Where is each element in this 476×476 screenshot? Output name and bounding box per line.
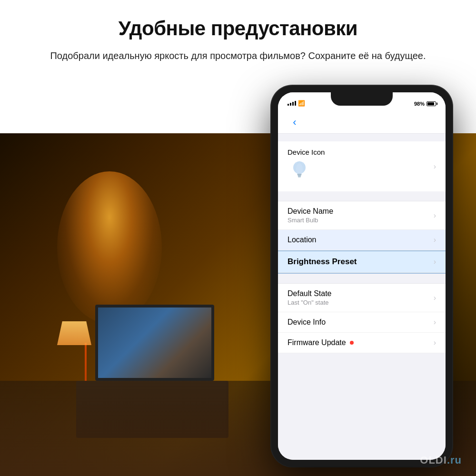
back-button[interactable]: ‹: [288, 115, 302, 129]
signal-bar-3: [292, 102, 294, 106]
menu-item-default-state[interactable]: Default State Last "On" state ›: [278, 284, 446, 312]
device-icon-chevron: ›: [434, 162, 436, 171]
menu-item-brightness[interactable]: Brightness Preset ›: [278, 251, 446, 273]
menu-item-firmware-right: ›: [434, 338, 436, 347]
menu-item-default-state-left: Default State Last "On" state: [288, 289, 434, 306]
watermark-suffix: .ru: [447, 454, 462, 466]
svg-line-6: [303, 163, 304, 164]
page-subtitle: Подобрали идеальную яркость для просмотр…: [48, 49, 428, 63]
menu-item-brightness-title: Brightness Preset: [288, 257, 434, 267]
firmware-chevron: ›: [434, 338, 436, 347]
location-chevron: ›: [434, 236, 436, 244]
default-state-chevron: ›: [434, 294, 436, 302]
menu-item-device-info-left: Device Info: [288, 318, 434, 327]
menu-item-default-state-title: Default State: [288, 289, 434, 298]
menu-item-default-state-subtitle: Last "On" state: [288, 299, 434, 306]
svg-rect-3: [298, 177, 301, 178]
signal-bars: [288, 101, 296, 106]
top-section: Удобные предустановки Подобрали идеальну…: [0, 0, 476, 77]
group-separator-1: [278, 274, 446, 283]
back-chevron-icon: ‹: [293, 117, 296, 128]
signal-bar-1: [288, 104, 289, 106]
device-icon-text: Device Icon: [288, 148, 325, 156]
menu-item-device-name-title: Device Name: [288, 207, 434, 216]
signal-bar-2: [290, 103, 291, 106]
menu-item-brightness-left: Brightness Preset: [288, 257, 434, 267]
device-info-chevron: ›: [434, 318, 436, 327]
menu-group-extra: Default State Last "On" state › Device I…: [278, 283, 446, 353]
phone-screen: 📶 98% ‹: [278, 92, 446, 460]
brightness-section: Brightness Preset ›: [278, 250, 446, 274]
status-left: 📶: [288, 100, 305, 107]
device-icon-label: Device Icon: [288, 148, 325, 185]
lamp-glow: [57, 171, 162, 324]
menu-item-device-info[interactable]: Device Info ›: [278, 312, 446, 333]
menu-item-device-name-right: ›: [434, 211, 436, 220]
menu-item-device-info-title: Device Info: [288, 318, 434, 327]
menu-item-location-left: Location: [288, 236, 434, 244]
menu-item-location-right: ›: [434, 236, 436, 244]
lamp-shade: [57, 321, 91, 345]
menu-item-device-name-left: Device Name Smart Bulb: [288, 207, 434, 224]
signal-bar-4: [295, 101, 296, 106]
bulb-icon-wrapper: [288, 156, 311, 185]
svg-line-5: [296, 163, 297, 164]
tv-content: [98, 307, 211, 378]
menu-item-firmware-title: Firmware Update: [288, 338, 434, 347]
phone-notch: [331, 92, 393, 106]
svg-rect-2: [298, 175, 301, 177]
firmware-label: Firmware Update: [288, 338, 346, 347]
bulb-svg-icon: [291, 159, 308, 181]
device-name-chevron: ›: [434, 211, 436, 220]
svg-rect-1: [298, 174, 302, 175]
battery-percent: 98%: [414, 101, 425, 107]
menu-item-default-state-right: ›: [434, 294, 436, 302]
nav-bar: ‹: [278, 109, 446, 134]
page-title: Удобные предустановки: [48, 17, 428, 40]
battery-fill: [427, 102, 434, 105]
menu-list: Device Icon: [278, 134, 446, 353]
menu-group-device: Device Name Smart Bulb › Location: [278, 201, 446, 250]
watermark-brand: OLDI: [420, 454, 447, 466]
tv-screen: [95, 305, 214, 381]
battery-icon: [426, 101, 436, 106]
watermark: OLDI.ru: [420, 454, 462, 466]
brightness-chevron: ›: [434, 258, 436, 266]
menu-item-device-name-subtitle: Smart Bulb: [288, 217, 434, 224]
menu-item-location[interactable]: Location ›: [278, 230, 446, 250]
phone-mockup: 📶 98% ‹: [262, 86, 462, 476]
app-content: ‹ Device Icon: [278, 109, 446, 460]
device-icon-section[interactable]: Device Icon: [278, 141, 446, 191]
wifi-icon: 📶: [298, 100, 305, 107]
menu-item-firmware-left: Firmware Update: [288, 338, 434, 347]
menu-item-device-name[interactable]: Device Name Smart Bulb ›: [278, 201, 446, 230]
menu-item-firmware[interactable]: Firmware Update ›: [278, 333, 446, 353]
menu-item-location-title: Location: [288, 236, 434, 244]
menu-item-brightness-right: ›: [434, 258, 436, 266]
menu-item-device-info-right: ›: [434, 318, 436, 327]
status-right: 98%: [414, 101, 436, 107]
phone-body: 📶 98% ‹: [271, 86, 452, 466]
firmware-update-dot: [350, 341, 354, 345]
